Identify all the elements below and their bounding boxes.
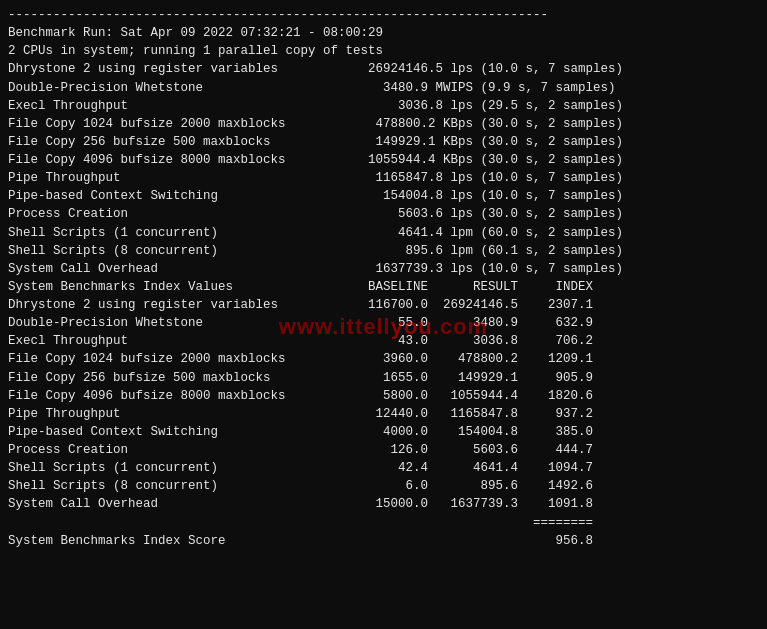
terminal-line: 2 CPUs in system; running 1 parallel cop…: [8, 42, 759, 60]
index-data-row: Dhrystone 2 using register variables 116…: [8, 296, 759, 314]
index-data-row: Pipe-based Context Switching 4000.0 1540…: [8, 423, 759, 441]
index-data-row: Pipe Throughput 12440.0 1165847.8 937.2: [8, 405, 759, 423]
raw-result-row: System Call Overhead 1637739.3 lps (10.0…: [8, 260, 759, 278]
raw-result-row: File Copy 4096 bufsize 8000 maxblocks 10…: [8, 151, 759, 169]
terminal-line: Benchmark Run: Sat Apr 09 2022 07:32:21 …: [8, 24, 759, 42]
index-section-header: System Benchmarks Index Values BASELINE …: [8, 278, 759, 296]
index-data-row: Execl Throughput 43.0 3036.8 706.2: [8, 332, 759, 350]
raw-result-row: Pipe-based Context Switching 154004.8 lp…: [8, 187, 759, 205]
raw-result-row: File Copy 256 bufsize 500 maxblocks 1499…: [8, 133, 759, 151]
raw-result-row: File Copy 1024 bufsize 2000 maxblocks 47…: [8, 115, 759, 133]
index-data-row: Process Creation 126.0 5603.6 444.7: [8, 441, 759, 459]
raw-result-row: Execl Throughput 3036.8 lps (29.5 s, 2 s…: [8, 97, 759, 115]
raw-result-row: Pipe Throughput 1165847.8 lps (10.0 s, 7…: [8, 169, 759, 187]
index-data-row: Shell Scripts (8 concurrent) 6.0 895.6 1…: [8, 477, 759, 495]
raw-result-row: Shell Scripts (8 concurrent) 895.6 lpm (…: [8, 242, 759, 260]
score-line: System Benchmarks Index Score 956.8: [8, 532, 759, 550]
raw-result-row: Shell Scripts (1 concurrent) 4641.4 lpm …: [8, 224, 759, 242]
raw-result-row: Dhrystone 2 using register variables 269…: [8, 60, 759, 78]
index-data-row: File Copy 1024 bufsize 2000 maxblocks 39…: [8, 350, 759, 368]
terminal-line: ----------------------------------------…: [8, 6, 759, 24]
index-data-row: File Copy 256 bufsize 500 maxblocks 1655…: [8, 369, 759, 387]
raw-result-row: Double-Precision Whetstone 3480.9 MWIPS …: [8, 79, 759, 97]
index-data-row: Shell Scripts (1 concurrent) 42.4 4641.4…: [8, 459, 759, 477]
raw-result-row: Process Creation 5603.6 lps (30.0 s, 2 s…: [8, 205, 759, 223]
terminal-window: www.ittellyou.com ----------------------…: [0, 0, 767, 629]
index-data-row: Double-Precision Whetstone 55.0 3480.9 6…: [8, 314, 759, 332]
equals-separator: ========: [8, 514, 759, 532]
index-data-row: System Call Overhead 15000.0 1637739.3 1…: [8, 495, 759, 513]
index-data-row: File Copy 4096 bufsize 8000 maxblocks 58…: [8, 387, 759, 405]
